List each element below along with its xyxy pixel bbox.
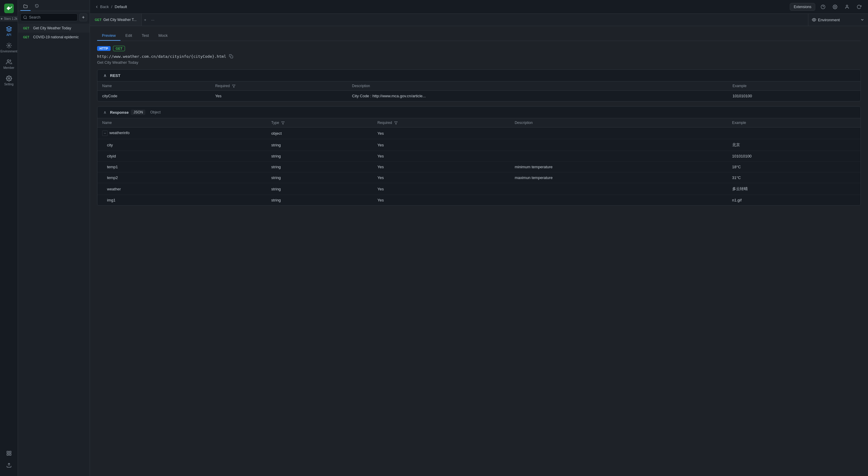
search-icon	[23, 15, 27, 20]
extensions-button[interactable]: Extensions	[790, 3, 815, 11]
copy-url-button[interactable]	[228, 54, 234, 59]
response-row-city: city string Yes 北京	[97, 139, 861, 151]
breadcrumb-separator: /	[111, 4, 113, 9]
api-item-covid[interactable]: GET COVID-19 national epidemic	[18, 33, 90, 42]
resp-cell-example	[727, 128, 861, 139]
response-row-weather: weather string Yes 多云转晴	[97, 183, 861, 195]
svg-marker-19	[395, 122, 397, 124]
response-table: Name Type	[97, 118, 861, 205]
more-tabs-button[interactable]: ···	[149, 18, 157, 22]
request-tab-weather[interactable]: GET Get City Weather T...	[90, 14, 142, 26]
api-list: GET Get City Weather Today GET COVID-19 …	[18, 24, 90, 476]
sidebar-bottom-icon-2[interactable]	[4, 461, 14, 470]
method-badge: GET	[113, 46, 125, 51]
resp-cell-name: cityid	[97, 151, 267, 162]
resp-cell-description: maximun temperature	[510, 172, 727, 183]
back-button[interactable]: Back	[95, 4, 109, 9]
left-panel-tab-files[interactable]	[20, 2, 31, 11]
svg-point-9	[24, 16, 26, 19]
settings-icon	[833, 4, 837, 9]
expand-icon[interactable]: −	[102, 131, 107, 136]
required2-filter-icon[interactable]	[394, 121, 398, 125]
add-tab-button[interactable]: +	[142, 18, 149, 22]
workspace-label: Default	[115, 4, 127, 9]
sidebar-bottom	[4, 448, 14, 473]
resp-cell-required: Yes	[373, 195, 510, 206]
sidebar-item-environment[interactable]: Environment	[0, 39, 18, 56]
resp-cell-example: 多云转晴	[727, 183, 861, 195]
add-tab-icon: +	[144, 18, 147, 22]
app-logo	[4, 3, 14, 14]
tab-preview[interactable]: Preview	[97, 31, 121, 41]
rest-section-header: ∧ REST	[97, 70, 861, 81]
search-bar: +	[18, 11, 90, 24]
resp-col-example: Example	[727, 118, 861, 128]
sidebar-item-api[interactable]: API	[0, 23, 18, 39]
type-filter-icon[interactable]	[281, 121, 285, 125]
help-icon	[820, 4, 826, 9]
resp-cell-type: string	[267, 172, 373, 183]
response-collapse-button[interactable]: ∧	[102, 109, 107, 115]
github-badge[interactable]: ★ Stars 1.2k	[0, 16, 19, 21]
resp-col-required: Required	[373, 118, 510, 128]
api-item-weather[interactable]: GET Get City Weather Today	[18, 24, 90, 33]
sidebar-item-api-label: API	[6, 33, 11, 36]
eye-icon	[812, 18, 816, 22]
add-api-button[interactable]: +	[80, 13, 87, 21]
response-section-header: ∧ Response JSON Object	[97, 107, 861, 118]
required-filter-icon[interactable]	[232, 84, 236, 88]
rest-section-title: REST	[110, 73, 121, 78]
tab-edit[interactable]: Edit	[121, 31, 137, 41]
svg-point-2	[7, 60, 9, 62]
resp-col-name: Name	[97, 118, 267, 128]
api-item-method-badge: GET	[22, 26, 31, 30]
rest-collapse-button[interactable]: ∧	[102, 73, 107, 78]
star-icon: ★	[0, 17, 3, 20]
request-tabs-bar: GET Get City Weather T... + ···	[90, 14, 808, 26]
main-content: Preview Edit Test Mock HTTP GET http://w…	[90, 26, 868, 476]
rest-col-name: Name	[97, 81, 210, 91]
sidebar-item-member-label: Member	[3, 66, 14, 69]
resp-cell-type: string	[267, 183, 373, 195]
chevron-down-icon	[860, 18, 864, 22]
resp-cell-name: −weatherinfo	[97, 128, 267, 139]
help-button[interactable]	[819, 3, 827, 11]
rest-col-description: Description	[347, 81, 728, 91]
svg-rect-7	[9, 454, 11, 455]
refresh-button[interactable]	[855, 3, 863, 11]
environment-panel[interactable]: Environment	[808, 14, 868, 26]
user-button[interactable]	[843, 3, 851, 11]
svg-rect-5	[9, 451, 11, 453]
search-input-wrap[interactable]	[20, 13, 78, 21]
sidebar-bottom-icon-1[interactable]	[4, 448, 14, 458]
search-input[interactable]	[29, 15, 75, 20]
left-panel-tab-history[interactable]	[32, 2, 42, 11]
api-title: Get City Weather Today	[97, 60, 861, 65]
svg-point-14	[846, 5, 848, 7]
response-tab-json[interactable]: JSON	[131, 109, 145, 115]
resp-cell-example: 31°C	[727, 172, 861, 183]
tab-test[interactable]: Test	[137, 31, 154, 41]
resp-col-type: Type	[267, 118, 373, 128]
resp-cell-type: string	[267, 151, 373, 162]
svg-line-10	[26, 18, 27, 19]
resp-cell-required: Yes	[373, 139, 510, 151]
api-item-method-badge: GET	[22, 35, 31, 39]
top-bar: Back / Default Extensions	[90, 0, 868, 14]
tab-mock[interactable]: Mock	[154, 31, 173, 41]
resp-cell-type: string	[267, 162, 373, 172]
resp-cell-name: temp2	[97, 172, 267, 183]
left-panel-tabs	[18, 0, 90, 11]
response-tab-object[interactable]: Object	[148, 109, 163, 115]
resp-cell-description	[510, 128, 727, 139]
resp-cell-required: Yes	[373, 183, 510, 195]
rest-cell-required: Yes	[210, 91, 347, 101]
settings-button[interactable]	[831, 3, 839, 11]
svg-rect-16	[231, 56, 233, 58]
resp-cell-required: Yes	[373, 128, 510, 139]
resp-cell-example: n1.gif	[727, 195, 861, 206]
environment-label: Environment	[818, 18, 840, 22]
rest-section: ∧ REST Name Required	[97, 69, 861, 101]
sidebar-item-member[interactable]: Member	[0, 56, 18, 72]
sidebar-item-setting[interactable]: Setting	[0, 72, 18, 89]
